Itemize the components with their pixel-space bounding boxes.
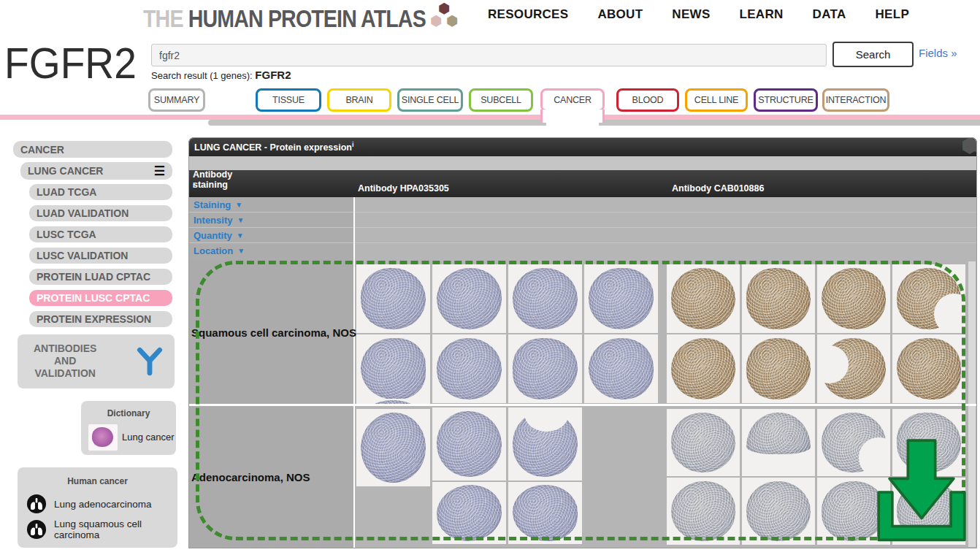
tissue-core-image[interactable] [432, 482, 506, 544]
hexagon-icon: ⬢ [430, 14, 443, 28]
download-arrow-icon[interactable] [870, 437, 973, 548]
lung-cancer-thumbnail[interactable] [88, 424, 118, 451]
site-logo[interactable]: THE HUMAN PROTEIN ATLAS [143, 4, 426, 33]
tissue-core-image[interactable] [356, 409, 430, 486]
top-nav: RESOURCES ABOUT NEWS LEARN DATA HELP [488, 7, 909, 22]
column-header-staining: Antibody stainingi [193, 182, 195, 194]
filter-location[interactable]: Location▼ [188, 243, 977, 259]
tissue-core-image[interactable] [432, 264, 506, 333]
human-cancer-item-squamous[interactable]: Lung squamous cell carcinoma [26, 518, 164, 540]
nav-data[interactable]: DATA [813, 7, 846, 22]
tab-brain[interactable]: BRAIN [327, 88, 391, 112]
human-cancer-box: Human cancer Lung adenocarcinoma Lung sq… [18, 467, 177, 548]
tissue-core-image[interactable] [742, 409, 815, 476]
nav-resources[interactable]: RESOURCES [488, 7, 568, 22]
tissue-core-image[interactable] [508, 334, 582, 403]
tissue-core-image[interactable] [742, 478, 815, 545]
tab-interaction[interactable]: INTERACTION [822, 88, 889, 112]
info-superscript[interactable]: i [352, 141, 354, 148]
dropdown-arrow-icon: ▼ [235, 201, 242, 209]
filter-label: Quantity [194, 230, 232, 241]
filter-intensity[interactable]: Intensity▼ [188, 213, 977, 228]
nav-about[interactable]: ABOUT [597, 7, 643, 22]
tab-label: SUBCELL [481, 95, 521, 105]
column-divider [353, 197, 355, 548]
logo-hexagons-icon: ⬢ ⬢ ⬢ [428, 1, 462, 32]
tissue-core-image[interactable] [742, 264, 815, 333]
tissue-core-image[interactable] [356, 334, 430, 403]
filter-quantity[interactable]: Quantity▼ [188, 228, 977, 243]
human-cancer-label: Lung squamous cell carcinoma [54, 518, 164, 540]
dictionary-item-lung-cancer[interactable]: Lung cancer [122, 432, 175, 443]
dropdown-arrow-icon: ▼ [237, 216, 244, 224]
antibody-icon [134, 346, 165, 377]
filter-label: Location [194, 245, 233, 256]
sidebar-item-label: LUNG CANCER [28, 165, 103, 177]
sidebar-item-lung-cancer[interactable]: LUNG CANCER☰ [20, 162, 172, 180]
tissue-core-image[interactable] [892, 264, 965, 333]
tissue-core-image[interactable] [742, 334, 815, 403]
tab-blood[interactable]: BLOOD [616, 88, 679, 112]
column-header-antibody-2: Antibody CAB010886 [672, 183, 764, 194]
sidebar-item-luad-validation[interactable]: LUAD VALIDATION [29, 205, 172, 221]
sidebar-item-lusc-tcga[interactable]: LUSC TCGA [29, 226, 172, 242]
sidebar-item-label: LUAD VALIDATION [37, 207, 129, 219]
sidebar-item-protein-expression[interactable]: PROTEIN EXPRESSION [29, 311, 172, 327]
tissue-core-image[interactable] [892, 334, 965, 403]
nav-help[interactable]: HELP [876, 7, 910, 22]
filter-label: Staining [194, 199, 231, 210]
tab-label: TISSUE [272, 95, 305, 105]
tissue-core-image[interactable] [817, 264, 890, 333]
search-button[interactable]: Search [832, 42, 914, 67]
tissue-core-image[interactable] [432, 334, 506, 403]
tab-label: CANCER [554, 95, 592, 105]
search-result-line: Search result (1 genes): FGFR2 [151, 69, 291, 81]
tab-label: CELL LINE [694, 95, 738, 105]
tissue-core-image[interactable] [356, 264, 430, 333]
filter-label: Intensity [194, 215, 232, 226]
tab-single-cell[interactable]: SINGLE CELL [397, 88, 463, 112]
panel-title-bar: LUNG CANCER - Protein expressioni ⬢⬢ [188, 137, 977, 156]
row-divider [188, 404, 977, 406]
tab-cell-line[interactable]: CELL LINE [685, 88, 748, 112]
tissue-core-image[interactable] [508, 407, 582, 481]
tissue-core-image-clipped[interactable] [356, 399, 430, 404]
tissue-core-image[interactable] [584, 334, 658, 403]
tissue-core-image[interactable] [508, 482, 582, 544]
tissue-core-image[interactable] [667, 334, 740, 403]
tab-structure[interactable]: STRUCTURE [754, 88, 818, 112]
fields-link[interactable]: Fields » [919, 47, 957, 59]
filter-staining[interactable]: Staining▼ [188, 197, 977, 213]
tissue-core-image[interactable] [432, 407, 506, 481]
tab-label: SUMMARY [154, 95, 199, 105]
tab-tissue[interactable]: TISSUE [256, 88, 321, 112]
hamburger-icon[interactable]: ☰ [154, 164, 165, 179]
logo-the: THE [143, 4, 183, 32]
logo-rest: HUMAN PROTEIN ATLAS [183, 4, 426, 32]
sidebar-item-lusc-validation[interactable]: LUSC VALIDATION [29, 248, 172, 264]
lung-icon [26, 494, 47, 514]
tissue-core-image[interactable] [667, 478, 740, 545]
antibodies-validation-box[interactable]: ANTIBODIES AND VALIDATION [18, 334, 175, 388]
filter-rows: Staining▼ Intensity▼ Quantity▼ Location▼ [188, 197, 977, 260]
dropdown-arrow-icon: ▼ [237, 231, 244, 240]
panel-title: LUNG CANCER - Protein expressioni [194, 141, 354, 153]
tissue-core-image[interactable] [817, 334, 890, 403]
search-input[interactable] [151, 44, 827, 66]
tissue-core-image[interactable] [508, 264, 582, 333]
nav-news[interactable]: NEWS [672, 7, 710, 22]
nav-learn[interactable]: LEARN [740, 7, 784, 22]
tissue-core-image[interactable] [584, 264, 658, 333]
sidebar-item-protein-luad-cptac[interactable]: PROTEIN LUAD CPTAC [29, 269, 172, 285]
tab-summary[interactable]: SUMMARY [148, 88, 205, 112]
sidebar-item-cancer[interactable]: CANCER [13, 141, 172, 158]
tab-cancer[interactable]: CANCER [540, 88, 605, 112]
human-cancer-item-adenocarcinoma[interactable]: Lung adenocarcinoma [26, 494, 164, 514]
column-header-antibody-1: Antibody HPA035305 [358, 183, 449, 194]
sidebar-item-protein-lusc-cptac[interactable]: PROTEIN LUSC CPTAC [29, 290, 172, 306]
sidebar-item-luad-tcga[interactable]: LUAD TCGA [29, 184, 172, 200]
tissue-core-image[interactable] [667, 409, 740, 476]
tissue-core-image[interactable] [667, 264, 740, 333]
tab-subcell[interactable]: SUBCELL [469, 88, 533, 112]
row-label-squamous: Squamous cell carcinoma, NOS [191, 326, 356, 339]
